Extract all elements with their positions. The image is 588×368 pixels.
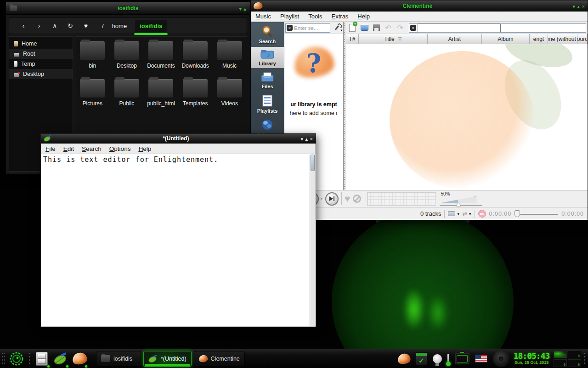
analyzer-panel[interactable] [367,192,436,206]
folder-item-music[interactable]: Music [212,41,247,79]
launcher-text-editor[interactable] [52,351,69,367]
column-filename[interactable]: name (without pa [548,34,577,44]
seek-slider[interactable] [514,210,558,218]
menu-playlist[interactable]: Playlist [280,13,299,20]
folder-item-documents[interactable]: Documents [144,41,178,79]
clear-icon[interactable]: × [287,25,293,31]
thermometer-icon[interactable] [447,354,449,364]
shelf-grip[interactable] [583,352,586,366]
menu-search[interactable]: Search [82,145,102,152]
shelf-grip[interactable] [2,352,5,366]
folder-item-pictures[interactable]: Pictures [75,79,110,117]
undo-button[interactable]: ↶ [383,23,393,33]
playlist-filter-input[interactable] [418,23,501,32]
folder-item-public[interactable]: Public [110,79,144,117]
editor-scrollbar[interactable] [310,155,315,326]
repeat-dropdown[interactable]: ▾ [457,212,459,216]
breadcrumb-current[interactable]: iosifidis [135,20,167,32]
library-search-input[interactable] [294,25,329,31]
sidebar-item-root[interactable]: Root [9,49,73,59]
sidebar-item-temp[interactable]: Temp [9,59,73,69]
menu-file[interactable]: File [45,145,56,152]
folder-item-downloads[interactable]: Downloads [178,41,213,79]
sidebar-item-search[interactable]: Search [251,22,284,47]
folder-item-desktop[interactable]: Desktop [110,41,144,79]
column-album[interactable]: Album [482,34,530,44]
back-icon[interactable]: ‹ [16,22,31,29]
shuffle-icon[interactable]: ⇄ [463,211,467,217]
love-button[interactable]: ♥ [345,193,350,204]
column-length[interactable]: engt [530,34,548,44]
close-button[interactable]: × [310,136,313,142]
sidebar-item-playlists[interactable]: Playlists [251,92,284,116]
folder-item-templates[interactable]: Templates [178,79,213,117]
volume-handle[interactable] [456,203,461,206]
task-button-iosifidis[interactable]: iosifidis [96,351,141,367]
library-empty-hint[interactable]: here to add some r [284,110,343,116]
redo-button[interactable]: ↷ [395,23,405,33]
shuffle-dropdown[interactable]: ▾ [469,212,471,216]
mixer-knob-icon[interactable] [493,351,509,367]
folder-item-bin[interactable]: bin [75,41,110,79]
playlist-filterbox[interactable]: × [409,23,586,33]
menu-help[interactable]: Help [357,13,370,20]
column-artist[interactable]: Artist [428,34,482,44]
column-track[interactable]: T# [346,34,359,44]
file-manager-titlebar[interactable]: iosifidis ▾ ▴ [6,2,250,15]
repeat-icon[interactable] [448,211,455,216]
shade-button[interactable]: ▾ [301,136,304,142]
launcher-clementine[interactable] [71,351,88,367]
library-options-button[interactable]: ▾ [331,23,342,33]
shade-button[interactable]: ▾ [239,6,242,12]
start-button[interactable] [7,350,26,368]
next-button[interactable] [325,192,339,206]
scrollbar-thumb[interactable] [311,155,315,171]
seek-handle[interactable] [514,210,520,217]
stop-options-dropdown[interactable]: ▾ [321,197,322,201]
refresh-icon[interactable]: ↻ [62,22,78,29]
battery-icon[interactable] [455,353,469,364]
updates-icon[interactable]: ✓ [416,352,427,365]
menu-extras[interactable]: Extras [332,13,349,20]
menu-options[interactable]: Options [109,145,131,152]
sidebar-item-library[interactable]: ♪ Library [251,47,284,68]
sidebar-item-home[interactable]: Home [9,39,73,49]
clock[interactable]: 18:05:43 Sun, 25 Oct, 2015 [512,352,551,365]
breadcrumb-root[interactable]: / [102,23,104,29]
task-button-untitled[interactable]: *(Untitled) [143,351,192,367]
folder-item-public-html[interactable]: public_html [144,79,178,117]
menu-music[interactable]: Music [255,13,271,20]
shelf-grip[interactable] [28,352,31,366]
menu-edit[interactable]: Edit [63,145,74,152]
volume-slider[interactable]: 50% [439,191,485,207]
bulb-icon[interactable] [433,354,442,363]
playlist-tracklist[interactable] [346,44,588,190]
keyboard-layout-flag-icon[interactable] [475,355,487,362]
clear-icon[interactable]: × [410,25,416,31]
library-searchbox[interactable]: × [285,23,330,33]
forward-icon[interactable]: › [31,22,47,29]
close-button[interactable]: × [582,4,585,9]
maximize-button[interactable]: ▴ [577,4,580,9]
up-icon[interactable]: ∧ [47,22,62,29]
column-source[interactable]: ourc [577,34,588,44]
editor-titlebar[interactable]: *(Untitled) ▾ ▴ × [41,134,316,144]
favorites-icon[interactable]: ♥ [78,22,94,29]
task-button-clementine[interactable]: Clementine [194,351,245,367]
launcher-file-manager[interactable] [34,351,50,367]
folder-item-videos[interactable]: Videos [212,79,247,117]
ban-button[interactable] [353,195,361,203]
scrobble-icon[interactable]: as [478,210,486,218]
new-playlist-button[interactable] [347,23,357,33]
clementine-titlebar[interactable]: Clementine ▾ ▴ × [251,0,588,12]
menu-help[interactable]: Help [138,145,151,152]
shade-button[interactable]: ▾ [573,4,576,9]
clementine-tray-icon[interactable] [397,352,412,365]
menu-tools[interactable]: Tools [308,13,322,20]
maximize-button[interactable]: ▴ [243,6,246,12]
sidebar-item-files[interactable]: Files [251,68,284,92]
maximize-button[interactable]: ▴ [305,136,308,142]
save-playlist-button[interactable] [371,23,381,33]
column-title[interactable]: Title ▽ [359,34,428,44]
editor-text-area[interactable]: This is text editor for Enlightenment. [41,155,310,326]
